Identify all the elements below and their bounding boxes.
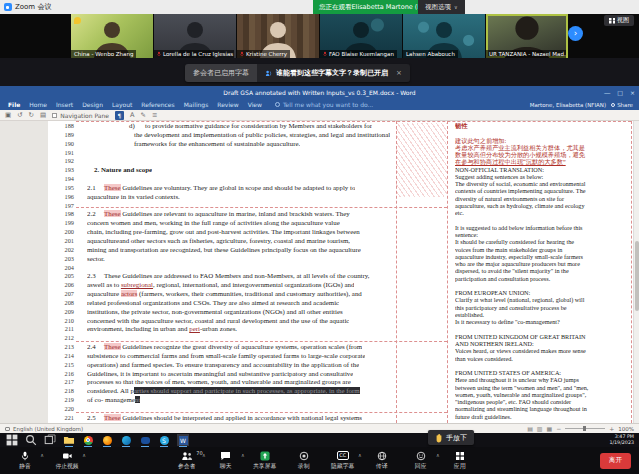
participant-tile[interactable]: China - Wenbo Zhang — [71, 14, 153, 58]
participant-tile[interactable]: Lorella de la Cruz Iglesias — [154, 14, 236, 58]
leave-button[interactable]: 离开 — [600, 453, 631, 469]
redo-icon[interactable]: ↻ — [29, 111, 34, 119]
lower-hand-button[interactable]: 手放下 — [428, 430, 474, 445]
chevron-up-icon[interactable]: ∧ — [82, 452, 86, 458]
camera-icon — [62, 451, 73, 461]
pen-icon[interactable]: ✎ — [140, 111, 145, 119]
print-layout-icon[interactable]: ▥ — [537, 425, 543, 432]
taskbar-clock[interactable]: 3:47 PM 1/19/2023 — [609, 434, 634, 445]
doc-line: 2132.4 These Guidelines recognize the gr… — [56, 343, 402, 352]
ribbon-tab-layout[interactable]: Layout — [112, 101, 132, 108]
word-status-bar: English (United Kingdom) ▤ ▥ ▦ − + 100% — [0, 423, 639, 433]
grid-view-icon — [609, 18, 615, 24]
navigation-pane-toggle[interactable]: Navigation Pane — [52, 112, 109, 119]
ribbon-tab-design[interactable]: Design — [82, 101, 103, 108]
ribbon-tab-references[interactable]: References — [141, 101, 174, 108]
participant-tile[interactable]: Lahsen Ababouch — [403, 14, 485, 58]
zoom-slider[interactable] — [565, 428, 605, 429]
participant-tile[interactable]: UR TANZANIA - Nazael Mad... — [486, 14, 568, 58]
chrome-icon[interactable] — [82, 434, 94, 446]
participant-tile[interactable]: Kristine Cherry — [237, 14, 319, 58]
ribbon-tab-review[interactable]: Review — [217, 101, 238, 108]
zoom-toolbar: 静音∧停止视频∧ 参会者70∧聊天∧共享屏幕录制CC隐藏字幕∧传译回应∧应用 离… — [0, 447, 639, 474]
minimize-icon[interactable]: ― — [604, 89, 610, 96]
doc-line: 200chain, including pre-farming, grow ou… — [56, 228, 402, 237]
chevron-up-icon[interactable]: ∧ — [40, 452, 44, 458]
toolbar-item-reactions[interactable]: 回应∧ — [408, 451, 434, 471]
chevron-up-icon[interactable]: ∧ — [436, 452, 440, 458]
doc-line-text: 2.4 These Guidelines recognize the great… — [87, 343, 362, 352]
close-icon[interactable]: × — [396, 69, 402, 77]
comment-line: voices from the main stakeholder groups … — [455, 246, 631, 253]
firefox-icon[interactable] — [101, 434, 113, 446]
muted-mic-icon — [240, 51, 244, 57]
comments-column: 韧性建议此句之前增加:考虑水产养殖产业主流利益相关方群体，尤其是数量较高但分布较… — [455, 122, 631, 420]
participant-tile[interactable]: FAO Blaise Kuemlangan — [320, 14, 402, 58]
document-page[interactable]: 188d) to provide normative guidance for … — [48, 121, 633, 423]
read-mode-icon[interactable]: ▤ — [527, 425, 533, 432]
toolbar-item-participants[interactable]: 参会者70∧ — [174, 451, 200, 471]
highlight-tool-button[interactable]: ¶ — [115, 111, 124, 120]
chevron-up-icon[interactable]: ∧ — [241, 452, 245, 458]
muted-mic-icon — [157, 51, 161, 57]
toolbar-item-record[interactable]: 录制 — [291, 451, 317, 471]
ribbon-tab-home[interactable]: Home — [29, 101, 47, 108]
list-icon[interactable]: ≡ — [152, 111, 157, 119]
zoom-percent[interactable]: 100% — [618, 426, 634, 432]
edge-icon[interactable] — [120, 434, 132, 446]
next-participants-button[interactable]: › — [568, 26, 583, 41]
tell-me-box[interactable]: Tell me what you want to do... — [275, 101, 373, 108]
participant-logo — [74, 17, 81, 24]
onedrive-icon[interactable] — [139, 434, 151, 446]
doc-line-text: chain, including pre-farming, grow out a… — [87, 228, 360, 237]
start-button[interactable] — [6, 434, 18, 446]
ribbon-tab-mailings[interactable]: Mailings — [184, 101, 209, 108]
comment-line: normalizing and streamlining language th… — [455, 405, 631, 412]
skype-icon[interactable]: S — [158, 434, 170, 446]
clipboard-icon[interactable]: ▤ — [40, 111, 46, 119]
doc-line-text: 2.1 These Guidelines are voluntary. They… — [87, 184, 355, 193]
toolbar-item-cc[interactable]: CC隐藏字幕∧ — [330, 451, 356, 471]
view-button[interactable]: 视图 — [604, 15, 634, 26]
scrollbar[interactable] — [633, 121, 639, 423]
toolbar-item-mic[interactable]: 静音∧ — [12, 451, 38, 471]
line-number: 221 — [56, 414, 74, 423]
word-icon[interactable]: W — [177, 434, 189, 446]
chevron-up-icon[interactable]: ∧ — [202, 452, 206, 458]
task-view-icon[interactable] — [44, 434, 56, 446]
search-icon[interactable] — [25, 434, 37, 446]
view-options-dropdown[interactable]: 视图选项 ∨ — [418, 0, 465, 14]
ribbon-tab-insert[interactable]: Insert — [56, 101, 73, 108]
toolbar-item-chat[interactable]: 聊天∧ — [213, 451, 239, 471]
save-icon[interactable]: ▣ — [5, 111, 11, 119]
doc-line: 210concerned with the aquaculture sector… — [56, 317, 402, 326]
file-explorer-icon[interactable] — [63, 434, 75, 446]
scrollbar-thumb[interactable] — [635, 241, 639, 311]
zoom-out-icon[interactable]: − — [556, 425, 561, 432]
toolbar-item-globe[interactable]: 传译 — [369, 451, 395, 471]
table-border — [631, 121, 632, 423]
language-status[interactable]: English (United Kingdom) — [5, 426, 83, 432]
line-number: 193 — [56, 166, 74, 175]
toolbar-item-label: 聊天 — [220, 462, 232, 471]
doc-line: 219of co- management — [56, 396, 402, 405]
toolbar-item-apps[interactable]: 应用 — [447, 451, 473, 471]
font-icon[interactable]: A — [130, 111, 134, 119]
line-number: 200 — [56, 228, 74, 237]
web-layout-icon[interactable]: ▦ — [547, 425, 553, 432]
participant-name: Kristine Cherry — [237, 50, 290, 58]
maximize-icon[interactable]: □ — [617, 89, 623, 96]
toolbar-item-camera[interactable]: 停止视频∧ — [54, 451, 80, 471]
undo-icon[interactable]: ↺ — [17, 111, 22, 119]
ribbon-tab-view[interactable]: View — [248, 101, 262, 108]
doc-line: 192 — [56, 157, 402, 166]
chevron-up-icon[interactable]: ∧ — [358, 452, 362, 458]
zoom-in-icon[interactable]: + — [609, 425, 614, 432]
doc-line-text: concerned with the aquaculture sector, c… — [87, 317, 349, 326]
share-button[interactable]: Share — [611, 102, 633, 108]
toolbar-item-share-screen[interactable]: 共享屏幕 — [252, 451, 278, 471]
close-window-icon[interactable]: × — [630, 89, 635, 96]
ribbon-tab-file[interactable]: File — [8, 101, 20, 108]
comment-line — [455, 362, 631, 369]
zoom-slider-knob[interactable] — [583, 426, 586, 431]
